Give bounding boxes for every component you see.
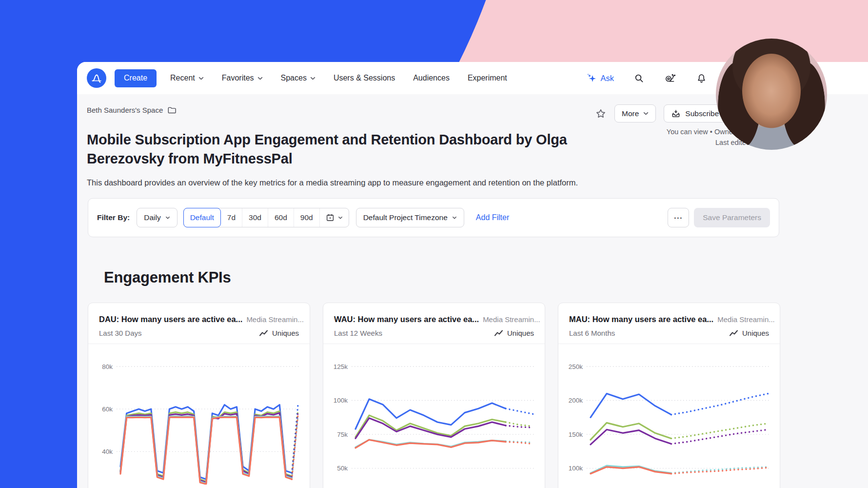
page-title: Mobile Subscription App Engagement and R… [87, 130, 570, 168]
custom-date-picker[interactable] [319, 208, 349, 227]
chart-metric: Uniques [729, 329, 769, 337]
dau-line-chart: 80k60k40k [88, 344, 310, 485]
nav-item-users-sessions[interactable]: Users & Sessions [334, 74, 395, 82]
breadcrumb[interactable]: Beth Saunders's Space [87, 106, 177, 114]
card-header: MAU: How many users are active ea... Med… [558, 303, 780, 337]
svg-text:75k: 75k [337, 431, 348, 438]
subscribe-inbox-icon [671, 109, 681, 119]
chart-source: Media Streamin... [717, 315, 775, 324]
chart-title: DAU: How many users are active ea... [99, 315, 242, 324]
range-option-90d[interactable]: 90d [294, 208, 319, 227]
svg-text:60k: 60k [102, 406, 113, 413]
section-title: Engagement KPIs [104, 269, 231, 286]
chevron-down-icon [452, 216, 457, 219]
svg-text:50k: 50k [337, 465, 348, 472]
dashboard-content: Beth Saunders's Space More [77, 94, 868, 488]
interval-value: Daily [144, 213, 160, 222]
timezone-dropdown[interactable]: Default Project Timezone [356, 208, 464, 227]
svg-text:250k: 250k [569, 363, 583, 370]
filter-bar-right: ··· Save Parameters [668, 208, 770, 227]
nav-item-label: Favorites [222, 74, 254, 82]
svg-text:125k: 125k [334, 363, 348, 370]
wau-line-chart: 125k100k75k50k [323, 344, 545, 485]
subscribe-label: Subscribe [685, 109, 719, 118]
user-avatar[interactable] [716, 39, 827, 150]
search-icon[interactable] [633, 73, 645, 84]
create-button[interactable]: Create [115, 69, 157, 87]
range-option-default[interactable]: Default [183, 208, 221, 227]
svg-text:40k: 40k [102, 448, 113, 455]
dau-chart-card[interactable]: DAU: How many users are active ea... Med… [88, 303, 310, 488]
metric-label: Uniques [507, 329, 534, 337]
nav-item-audiences[interactable]: Audiences [413, 74, 450, 82]
breadcrumb-label: Beth Saunders's Space [87, 106, 163, 114]
interval-dropdown[interactable]: Daily [137, 208, 177, 227]
range-option-60d[interactable]: 60d [268, 208, 294, 227]
metric-label: Uniques [272, 329, 299, 337]
chart-metric: Uniques [494, 329, 534, 337]
line-chart-icon [494, 329, 503, 337]
metric-label: Uniques [742, 329, 769, 337]
chevron-down-icon [643, 112, 649, 115]
more-label: More [622, 109, 639, 118]
card-header: WAU: How many users are active ea... Med… [323, 303, 545, 337]
overflow-menu-button[interactable]: ··· [668, 208, 689, 227]
bell-notifications-icon[interactable] [696, 73, 707, 84]
decorative-blue-strip [0, 342, 78, 488]
more-button[interactable]: More [614, 104, 656, 122]
chevron-down-icon [257, 77, 263, 80]
range-option-7d[interactable]: 7d [221, 208, 242, 227]
snail-whats-new-icon[interactable] [664, 72, 676, 84]
chart-title: WAU: How many users are active ea... [334, 315, 479, 324]
timezone-value: Default Project Timezone [363, 213, 448, 222]
nav-item-label: Experiment [468, 74, 507, 82]
dashboard-header-controls: More Subscribe [595, 104, 737, 122]
chevron-down-icon [165, 216, 170, 219]
screenshot-stage: Create Recent Favorites Spaces Users & S… [0, 0, 868, 488]
nav-right-actions: Ask [587, 62, 707, 94]
svg-text:100k: 100k [569, 465, 583, 472]
nav-links: Recent Favorites Spaces Users & Sessions… [170, 74, 507, 82]
chevron-down-icon [338, 216, 343, 219]
chart-source: Media Streamin... [483, 315, 540, 324]
chevron-down-icon [310, 77, 316, 80]
mau-chart-card[interactable]: MAU: How many users are active ea... Med… [558, 303, 780, 488]
chevron-down-icon [198, 77, 204, 80]
line-chart-icon [259, 329, 268, 337]
wau-chart-card[interactable]: WAU: How many users are active ea... Med… [323, 303, 545, 488]
amplitude-wave-icon [90, 71, 103, 85]
nav-item-label: Audiences [413, 74, 450, 82]
nav-item-favorites[interactable]: Favorites [222, 74, 263, 82]
folder-icon [167, 106, 177, 114]
last-edited-text: Last edited [667, 137, 750, 148]
svg-text:150k: 150k [569, 431, 583, 438]
ask-label: Ask [600, 74, 614, 83]
line-chart-icon [729, 329, 738, 337]
nav-item-label: Spaces [281, 74, 307, 82]
nav-item-spaces[interactable]: Spaces [281, 74, 316, 82]
date-range-group: Default 7d 30d 60d 90d [183, 208, 349, 227]
mau-line-chart: 250k200k150k100k [558, 344, 780, 485]
range-option-30d[interactable]: 30d [242, 208, 268, 227]
favorite-star-icon[interactable] [595, 108, 607, 120]
svg-text:80k: 80k [102, 363, 113, 370]
filter-by-label: Filter By: [97, 213, 130, 222]
card-header: DAU: How many users are active ea... Med… [88, 303, 310, 337]
chart-source: Media Streamin... [246, 315, 304, 324]
chart-title: MAU: How many users are active ea... [569, 315, 713, 324]
svg-text:100k: 100k [334, 397, 348, 404]
chart-period: Last 12 Weeks [334, 329, 382, 337]
chart-period: Last 30 Days [99, 329, 142, 337]
nav-item-label: Recent [170, 74, 195, 82]
chart-period: Last 6 Months [569, 329, 615, 337]
nav-item-recent[interactable]: Recent [170, 74, 204, 82]
nav-item-experiment[interactable]: Experiment [468, 74, 507, 82]
page-description: This dashboard provides an overview of t… [87, 178, 578, 187]
amplitude-logo[interactable] [87, 68, 106, 88]
filter-bar: Filter By: Daily Default 7d 30d 60d 90d [88, 198, 779, 237]
kpi-cards-row: DAU: How many users are active ea... Med… [88, 303, 780, 488]
ask-button[interactable]: Ask [587, 73, 614, 83]
sparkles-icon [587, 73, 596, 83]
add-filter-link[interactable]: Add Filter [476, 213, 509, 222]
save-parameters-button[interactable]: Save Parameters [694, 208, 770, 227]
